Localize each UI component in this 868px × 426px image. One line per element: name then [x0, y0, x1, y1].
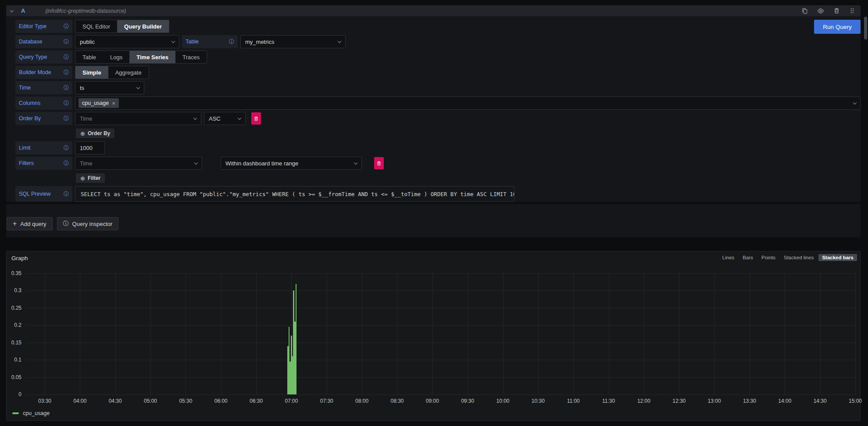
sql-preview-code: SELECT ts as "time", cpu_usage FROM "pub…	[75, 186, 514, 202]
x-axis-tick-label: 08:00	[349, 398, 375, 404]
grafana-query-editor-page: { "query_editor": { "header": { "ref_id"…	[0, 0, 868, 426]
remove-filter-button[interactable]	[374, 157, 384, 169]
run-query-button[interactable]: Run Query	[814, 20, 861, 34]
order-by-label: Order By ⓘ	[15, 112, 72, 125]
x-axis-tick-label: 13:30	[736, 398, 763, 404]
info-icon[interactable]: ⓘ	[64, 39, 69, 44]
editor-type-option-sql-editor[interactable]: SQL Editor	[75, 20, 117, 32]
filter-condition-select[interactable]: Within dashboard time range	[221, 157, 362, 170]
datasource-name: (info8fcc-greptimedb-datasource)	[45, 8, 126, 14]
add-filter-row: ⊕ Filter	[15, 173, 861, 183]
query-type-label: Query Type ⓘ	[15, 50, 72, 64]
duplicate-query-icon[interactable]	[801, 7, 808, 14]
filters-row: Filters ⓘ Time Within dashboard time ran…	[15, 157, 861, 170]
info-icon[interactable]: ⓘ	[64, 70, 69, 75]
table-select[interactable]: my_metrics	[240, 35, 346, 48]
columns-label: Columns ⓘ	[15, 97, 72, 110]
scrollbar-thumb[interactable]	[864, 17, 867, 39]
info-icon[interactable]: ⓘ	[64, 85, 69, 90]
limit-input[interactable]	[75, 141, 105, 154]
limit-row: Limit ⓘ	[15, 141, 861, 154]
query-type-option-logs[interactable]: Logs	[103, 51, 129, 63]
chevron-down-icon	[136, 85, 140, 89]
remove-column-icon[interactable]: ×	[112, 100, 115, 106]
info-icon[interactable]: ⓘ	[64, 100, 69, 106]
limit-label: Limit ⓘ	[15, 141, 72, 154]
delete-query-icon[interactable]	[833, 7, 840, 14]
query-row-header[interactable]: A (info8fcc-greptimedb-datasource)	[6, 5, 861, 16]
legend-label: cpu_usage	[23, 410, 50, 416]
y-axis-tick-label: 0	[7, 391, 21, 397]
builder-mode-label: Builder Mode ⓘ	[15, 66, 72, 79]
query-type-radio-group: Table Logs Time Series Traces	[75, 50, 207, 64]
table-label: Table ⓘ	[182, 35, 238, 48]
y-axis-tick-label: 0.15	[7, 340, 21, 346]
query-ref-id: A	[21, 7, 25, 14]
x-axis-tick-label: 06:00	[208, 398, 234, 404]
drag-handle-icon[interactable]	[849, 7, 855, 14]
y-axis-tick-label: 0.35	[7, 270, 21, 276]
query-inspector-button[interactable]: ⓘ Query inspector	[57, 217, 119, 230]
builder-mode-option-simple[interactable]: Simple	[75, 66, 108, 79]
info-icon[interactable]: ⓘ	[64, 116, 69, 121]
y-axis-tick-label: 0.05	[7, 374, 21, 380]
query-type-option-traces[interactable]: Traces	[175, 51, 207, 63]
x-axis-tick-label: 09:30	[454, 398, 481, 404]
x-axis-tick-label: 03:30	[32, 398, 58, 404]
column-chip-cpu-usage: cpu_usage ×	[79, 98, 119, 108]
filter-field-select[interactable]: Time	[75, 157, 202, 170]
editor-type-label: Editor Type ⓘ	[15, 20, 72, 33]
x-axis-tick-label: 13:00	[701, 398, 728, 404]
editor-type-row: Editor Type ⓘ SQL Editor Query Builder	[15, 20, 861, 33]
time-row: Time ⓘ ts	[15, 81, 861, 94]
query-type-option-time-series[interactable]: Time Series	[129, 51, 175, 63]
y-axis-tick-label: 0.1	[7, 357, 21, 363]
order-by-direction-select[interactable]: ASC	[204, 112, 246, 125]
info-icon[interactable]: ⓘ	[64, 191, 69, 197]
x-axis-tick-label: 11:30	[596, 398, 622, 404]
info-icon[interactable]: ⓘ	[64, 54, 69, 60]
order-by-field-select[interactable]: Time	[75, 112, 201, 125]
builder-mode-row: Builder Mode ⓘ Simple Aggregate	[15, 66, 861, 79]
hide-response-eye-icon[interactable]	[817, 7, 824, 14]
add-filter-button[interactable]: ⊕ Filter	[76, 173, 105, 183]
editor-type-option-query-builder[interactable]: Query Builder	[117, 20, 169, 32]
builder-mode-option-aggregate[interactable]: Aggregate	[108, 66, 149, 79]
info-icon[interactable]: ⓘ	[229, 39, 234, 44]
x-axis-tick-label: 14:30	[807, 398, 833, 404]
info-icon[interactable]: ⓘ	[64, 145, 69, 150]
time-column-select[interactable]: ts	[75, 81, 144, 94]
x-axis-tick-label: 05:30	[172, 398, 199, 404]
info-icon[interactable]: ⓘ	[64, 161, 69, 166]
x-axis-tick-label: 10:30	[525, 398, 551, 404]
add-query-button[interactable]: + Add query	[7, 217, 53, 230]
plus-icon: +	[13, 220, 17, 228]
x-axis-tick-label: 07:00	[278, 398, 304, 404]
database-select[interactable]: public	[75, 35, 179, 48]
y-axis-tick-label: 0.2	[7, 322, 21, 328]
database-table-row: Database ⓘ public Table ⓘ my_metrics	[15, 35, 861, 48]
query-editor-footer: + Add query ⓘ Query inspector	[6, 204, 861, 237]
x-axis-tick-label: 11:00	[560, 398, 586, 404]
time-series-chart[interactable]: 00.050.10.150.20.250.30.3503:3004:0004:3…	[7, 251, 860, 420]
query-editor-section: A (info8fcc-greptimedb-datasource) Run Q…	[6, 5, 861, 237]
x-axis-tick-label: 04:00	[67, 398, 93, 404]
info-icon[interactable]: ⓘ	[64, 24, 69, 29]
legend-item-cpu-usage[interactable]: cpu_usage	[12, 410, 50, 416]
x-axis-tick-label: 14:00	[772, 398, 798, 404]
query-header-actions	[801, 7, 855, 14]
sql-preview-label: SQL Preview ⓘ	[15, 186, 72, 202]
remove-order-by-button[interactable]	[251, 112, 261, 125]
add-order-by-button[interactable]: ⊕ Order By	[76, 129, 114, 138]
y-axis-tick-label: 0.25	[7, 305, 21, 311]
plus-circle-icon: ⊕	[80, 130, 85, 137]
query-type-option-table[interactable]: Table	[75, 51, 103, 63]
collapse-chevron-icon[interactable]	[10, 8, 14, 12]
database-label: Database ⓘ	[15, 35, 72, 48]
order-by-row: Order By ⓘ Time ASC	[15, 112, 861, 125]
sql-preview-row: SQL Preview ⓘ SELECT ts as "time", cpu_u…	[15, 186, 861, 202]
plus-circle-icon: ⊕	[80, 175, 85, 182]
editor-type-radio-group: SQL Editor Query Builder	[75, 20, 169, 33]
x-axis-tick-label: 07:30	[314, 398, 340, 404]
columns-multiselect[interactable]: cpu_usage ×	[75, 97, 861, 110]
